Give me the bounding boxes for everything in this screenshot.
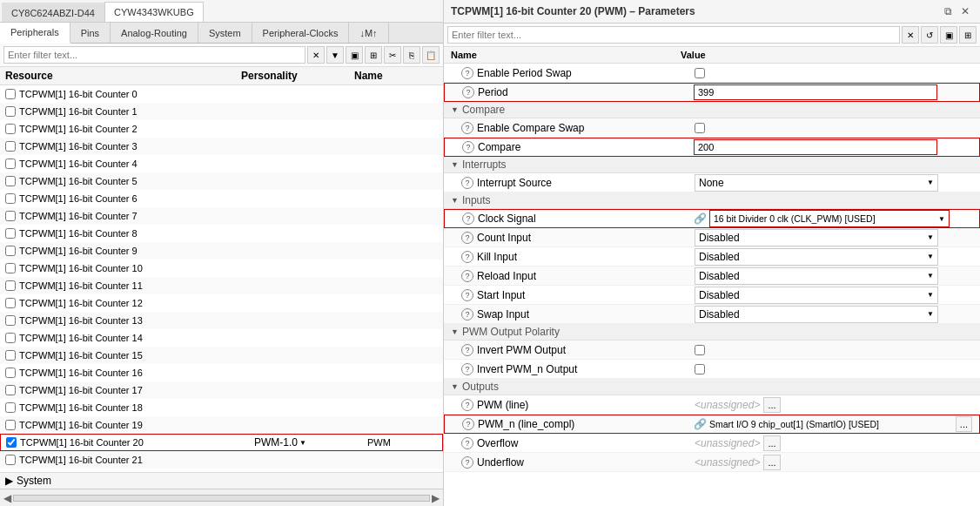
resource-checkbox[interactable] — [5, 455, 16, 465]
resource-checkbox[interactable] — [5, 141, 16, 152]
pwm-n-ellipsis-btn[interactable]: ... — [956, 416, 972, 432]
list-item[interactable]: TCPWM[1] 16-bit Counter 18 — [0, 399, 443, 416]
right-filter-input[interactable] — [447, 26, 900, 44]
help-icon-enable-period-swap[interactable]: ? — [461, 67, 473, 79]
scroll-right-icon[interactable]: ▶ — [432, 492, 440, 504]
resource-checkbox[interactable] — [5, 211, 16, 221]
help-icon-start-input[interactable]: ? — [461, 289, 473, 301]
list-item[interactable]: TCPWM[1] 16-bit Counter 7 — [0, 207, 443, 225]
checkbox-invert-pwm[interactable] — [695, 345, 705, 355]
list-item[interactable]: TCPWM[1] 16-bit Counter 10 — [0, 260, 443, 277]
list-item-selected[interactable]: TCPWM[1] 16-bit Counter 20 PWM-1.0 ▼ PWM — [0, 434, 443, 451]
list-item[interactable]: TCPWM[1] 16-bit Counter 14 — [0, 329, 443, 347]
close-btn[interactable]: ✕ — [957, 3, 973, 19]
right-expand-btn[interactable]: ⊞ — [959, 26, 977, 44]
checkbox-invert-pwm-n[interactable] — [695, 364, 705, 374]
resource-checkbox[interactable] — [5, 315, 16, 326]
help-icon-underflow[interactable]: ? — [461, 456, 473, 469]
left-paste-btn[interactable]: 📋 — [422, 46, 440, 64]
horizontal-scrollbar[interactable] — [13, 495, 430, 502]
tab-pins[interactable]: Pins — [70, 23, 111, 43]
resource-checkbox[interactable] — [5, 350, 16, 361]
help-icon-period[interactable]: ? — [462, 86, 474, 98]
resource-checkbox[interactable] — [5, 106, 16, 117]
list-item[interactable]: TCPWM[1] 16-bit Counter 17 — [0, 381, 443, 399]
tab-system[interactable]: System — [198, 23, 252, 43]
help-icon-compare[interactable]: ? — [462, 141, 474, 153]
personality-dropdown-icon[interactable]: ▼ — [299, 439, 306, 447]
right-collapse-btn[interactable]: ▣ — [940, 26, 957, 44]
right-refresh-btn[interactable]: ↺ — [921, 26, 938, 44]
list-item[interactable]: TCPWM[1] 16-bit Counter 5 — [0, 172, 443, 190]
dropdown-kill-input[interactable]: Disabled ▼ — [695, 248, 938, 266]
help-icon-enable-compare-swap[interactable]: ? — [461, 122, 473, 134]
list-item[interactable]: TCPWM[1] 16-bit Counter 11 — [0, 277, 443, 294]
list-item[interactable]: TCPWM[1] 16-bit Counter 9 — [0, 242, 443, 260]
resource-checkbox[interactable] — [5, 159, 16, 169]
list-item[interactable]: TCPWM[1] 16-bit Counter 3 — [0, 138, 443, 155]
help-icon-reload-input[interactable]: ? — [461, 270, 473, 282]
dropdown-swap-input[interactable]: Disabled ▼ — [695, 306, 938, 323]
tab-peripherals[interactable]: Peripherals — [0, 23, 70, 44]
help-icon-overflow[interactable]: ? — [461, 437, 473, 449]
resource-checkbox[interactable] — [5, 228, 16, 239]
dropdown-interrupt-source[interactable]: None ▼ — [695, 174, 938, 192]
left-filter-input[interactable] — [3, 46, 305, 64]
help-icon-invert-pwm[interactable]: ? — [461, 344, 473, 356]
tab-peripheral-clocks[interactable]: Peripheral-Clocks — [252, 23, 350, 43]
help-icon-interrupt-source[interactable]: ? — [461, 177, 473, 189]
tab-cy8c[interactable]: CY8C624ABZI-D44 — [2, 3, 104, 22]
resource-checkbox[interactable] — [5, 89, 16, 99]
pwm-line-ellipsis-btn[interactable]: ... — [763, 397, 780, 413]
tab-cyw[interactable]: CYW4343WKUBG — [104, 2, 204, 22]
dropdown-start-input[interactable]: Disabled ▼ — [695, 287, 938, 304]
group-pwm-output-polarity[interactable]: ▼ PWM Output Polarity — [444, 324, 980, 341]
resource-checkbox[interactable] — [5, 280, 16, 291]
group-interrupts[interactable]: ▼ Interrupts — [444, 157, 980, 173]
resource-checkbox[interactable] — [5, 333, 16, 343]
list-item[interactable]: TCPWM[1] 16-bit Counter 1 — [0, 103, 443, 120]
resource-checkbox[interactable] — [5, 368, 16, 378]
list-item[interactable]: TCPWM[1] 16-bit Counter 16 — [0, 364, 443, 381]
help-icon-pwm-n-line[interactable]: ? — [462, 418, 474, 430]
list-item[interactable]: TCPWM[1] 16-bit Counter 0 — [0, 85, 443, 103]
dropdown-count-input[interactable]: Disabled ▼ — [695, 229, 938, 246]
checkbox-enable-period-swap[interactable] — [695, 68, 705, 78]
dropdown-clock-signal[interactable]: 16 bit Divider 0 clk (CLK_PWM) [USED] ▼ — [709, 210, 950, 227]
list-item[interactable]: TCPWM[1] 16-bit Counter 13 — [0, 312, 443, 329]
scroll-left-icon[interactable]: ◀ — [3, 492, 11, 504]
list-item[interactable]: TCPWM[1] 16-bit Counter 19 — [0, 416, 443, 434]
resource-checkbox[interactable] — [5, 124, 16, 134]
dropdown-reload-input[interactable]: Disabled ▼ — [695, 267, 938, 285]
clock-signal-link-icon[interactable]: 🔗 — [694, 213, 707, 225]
resource-checkbox[interactable] — [5, 263, 16, 273]
list-item[interactable]: TCPWM[1] 16-bit Counter 12 — [0, 294, 443, 312]
input-compare[interactable] — [694, 139, 937, 155]
list-item[interactable]: TCPWM[1] 16-bit Counter 2 — [0, 120, 443, 138]
resource-checkbox[interactable] — [5, 246, 16, 256]
group-inputs[interactable]: ▼ Inputs — [444, 192, 980, 209]
input-period[interactable] — [694, 84, 937, 100]
help-icon-clock-signal[interactable]: ? — [462, 213, 474, 225]
restore-btn[interactable]: ⧉ — [940, 3, 956, 19]
help-icon-pwm-line[interactable]: ? — [461, 399, 473, 411]
list-item[interactable]: TCPWM[1] 16-bit Counter 4 — [0, 155, 443, 172]
group-compare[interactable]: ▼ Compare — [444, 102, 980, 118]
right-filter-clear-btn[interactable]: ✕ — [902, 26, 919, 44]
left-expand-btn[interactable]: ⊞ — [365, 46, 382, 64]
list-item[interactable]: TCPWM[1] 16-bit Counter 8 — [0, 225, 443, 242]
tab-dma[interactable]: ↓M↑ — [349, 23, 388, 43]
left-collapse-btn[interactable]: ▣ — [346, 46, 363, 64]
tab-analog-routing[interactable]: Analog-Routing — [111, 23, 198, 43]
resource-checkbox-20[interactable] — [6, 437, 17, 448]
resource-checkbox[interactable] — [5, 193, 16, 204]
list-item[interactable]: TCPWM[1] 16-bit Counter 6 — [0, 190, 443, 207]
list-item[interactable]: TCPWM[1] 16-bit Counter 21 — [0, 451, 443, 469]
group-outputs[interactable]: ▼ Outputs — [444, 379, 980, 395]
left-filter-clear-btn[interactable]: ✕ — [307, 46, 325, 64]
resource-checkbox[interactable] — [5, 402, 16, 413]
resource-checkbox[interactable] — [5, 176, 16, 186]
underflow-ellipsis-btn[interactable]: ... — [763, 455, 780, 470]
checkbox-enable-compare-swap[interactable] — [695, 123, 705, 133]
system-section[interactable]: ▶ System — [0, 472, 443, 489]
